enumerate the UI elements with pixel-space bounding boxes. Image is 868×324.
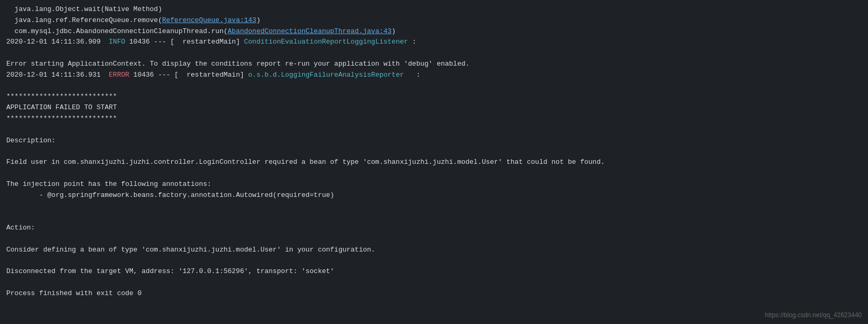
console-line bbox=[6, 212, 862, 223]
console-line: - @org.springframework.beans.factory.ann… bbox=[6, 190, 862, 201]
console-line: java.lang.ref.ReferenceQueue.remove(Refe… bbox=[6, 15, 862, 26]
console-text-segment: java.lang.Object.wait(Native Method) bbox=[6, 5, 162, 13]
console-line: *************************** bbox=[6, 91, 862, 102]
console-text-segment: Consider defining a bean of type 'com.sh… bbox=[6, 246, 375, 254]
console-text-segment: AbandonedConnectionCleanupThread.java:43 bbox=[228, 27, 391, 35]
console-line: 2020-12-01 14:11:36.931 ERROR 10436 --- … bbox=[6, 70, 862, 81]
console-text-segment: *************************** bbox=[6, 114, 117, 122]
console-line: Error starting ApplicationContext. To di… bbox=[6, 59, 862, 70]
console-text-segment: ) bbox=[256, 16, 261, 24]
console-line bbox=[6, 146, 862, 157]
console-text-segment: APPLICATION FAILED TO START bbox=[6, 103, 117, 111]
console-text-segment: Error starting ApplicationContext. To di… bbox=[6, 60, 470, 68]
console-line: Disconnected from the target VM, address… bbox=[6, 266, 862, 277]
console-output: java.lang.Object.wait(Native Method) jav… bbox=[6, 4, 862, 299]
console-line bbox=[6, 81, 862, 92]
console-line: java.lang.Object.wait(Native Method) bbox=[6, 4, 862, 15]
console-line bbox=[6, 48, 862, 59]
console-text-segment: 10436 --- [ restartedMain] bbox=[129, 71, 248, 79]
console-text-segment: Action: bbox=[6, 224, 35, 232]
console-text-segment: The injection point has the following an… bbox=[6, 180, 211, 188]
console-text-segment: Process finished with exit code 0 bbox=[6, 289, 141, 297]
console-line: Action: bbox=[6, 223, 862, 234]
console-line bbox=[6, 168, 862, 179]
watermark: https://blog.csdn.net/qq_42623440 bbox=[765, 311, 862, 319]
console-line: APPLICATION FAILED TO START bbox=[6, 102, 862, 113]
console-text-segment: ConditionEvaluationReportLoggingListener bbox=[244, 38, 408, 46]
console-line: *************************** bbox=[6, 113, 862, 124]
console-text-segment: : bbox=[408, 38, 417, 46]
console-text-segment: java.lang.ref.ReferenceQueue.remove( bbox=[6, 16, 162, 24]
console-text-segment: - @org.springframework.beans.factory.ann… bbox=[6, 191, 334, 199]
console-text-segment: 2020-12-01 14:11:36.909 bbox=[6, 38, 109, 46]
console-line: Description: bbox=[6, 135, 862, 147]
console-text-segment: ReferenceQueue.java:143 bbox=[162, 16, 256, 24]
console-text-segment: o.s.b.d.LoggingFailureAnalysisReporter bbox=[248, 71, 404, 79]
console-line: com.mysql.jdbc.AbandonedConnectionCleanu… bbox=[6, 26, 862, 37]
console-line: Process finished with exit code 0 bbox=[6, 288, 862, 299]
console-text-segment: 10436 --- [ restartedMain] bbox=[125, 38, 244, 46]
console-line: Field user in com.shanxijuzhi.juzhi.cont… bbox=[6, 157, 862, 168]
console-line bbox=[6, 277, 862, 288]
console-line bbox=[6, 255, 862, 266]
console-text-segment: com.mysql.jdbc.AbandonedConnectionCleanu… bbox=[6, 27, 228, 35]
console-container: java.lang.Object.wait(Native Method) jav… bbox=[0, 0, 868, 324]
console-text-segment: ) bbox=[391, 27, 396, 35]
console-line bbox=[6, 201, 862, 212]
console-line bbox=[6, 234, 862, 245]
console-text-segment: *************************** bbox=[6, 92, 117, 100]
console-text-segment: 2020-12-01 14:11:36.931 bbox=[6, 71, 105, 79]
console-text-segment: INFO bbox=[109, 38, 125, 46]
console-line: 2020-12-01 14:11:36.909 INFO 10436 --- [… bbox=[6, 37, 862, 48]
console-line bbox=[6, 124, 862, 135]
console-line: Consider defining a bean of type 'com.sh… bbox=[6, 245, 862, 256]
console-line: The injection point has the following an… bbox=[6, 179, 862, 190]
console-text-segment: ERROR bbox=[105, 71, 129, 79]
console-text-segment: Field user in com.shanxijuzhi.juzhi.cont… bbox=[6, 158, 605, 166]
console-text-segment: Disconnected from the target VM, address… bbox=[6, 267, 334, 275]
console-text-segment: : bbox=[404, 71, 420, 79]
console-text-segment: Description: bbox=[6, 137, 56, 144]
